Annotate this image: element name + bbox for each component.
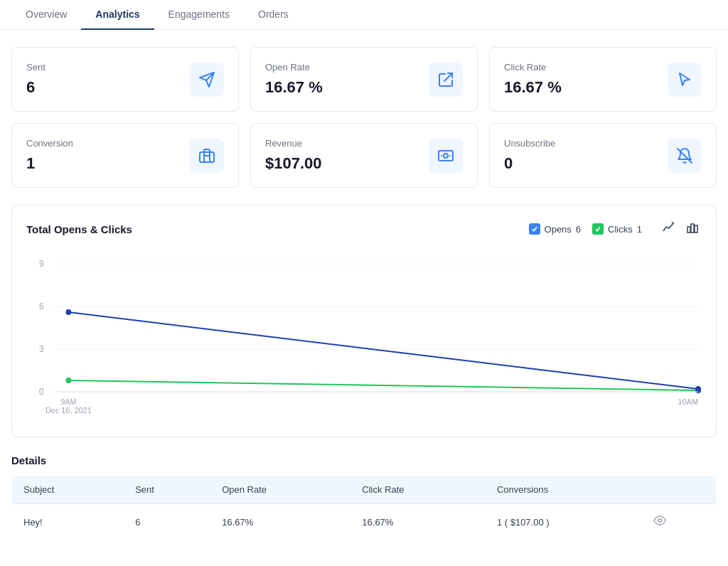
tab-engagements[interactable]: Engagements [154, 0, 244, 30]
metric-label-conversion: Conversion [26, 138, 73, 149]
svg-rect-8 [687, 227, 690, 233]
svg-rect-2 [200, 152, 214, 162]
chart-legend: Opens 6 Clicks 1 [529, 223, 642, 235]
cell-conversions: 1 ( $107.00 ) [486, 504, 642, 540]
chart-svg: 9 6 3 0 9AM Dec 16, 2 [26, 250, 702, 420]
opens-count: 6 [576, 224, 581, 235]
legend-opens: Opens 6 [529, 223, 582, 235]
metric-info-sent: Sent 6 [26, 62, 46, 97]
metric-value-unsubscribe: 0 [504, 154, 555, 173]
view-icon[interactable] [653, 517, 666, 529]
metric-label-revenue: Revenue [265, 138, 322, 149]
svg-text:Dec 16, 2021: Dec 16, 2021 [46, 406, 92, 415]
clicks-count: 1 [637, 224, 642, 235]
metric-card-click-rate: Click Rate 16.67 % [489, 47, 717, 112]
svg-point-27 [658, 519, 661, 523]
metric-info-unsubscribe: Unsubscribe 0 [504, 138, 555, 173]
svg-point-21 [65, 378, 71, 383]
metric-value-click-rate: 16.67 % [504, 78, 562, 97]
details-table: Subject Sent Open Rate Click Rate Conver… [11, 475, 717, 540]
metric-card-unsubscribe: Unsubscribe 0 [489, 123, 717, 188]
bar-chart-icon[interactable] [683, 220, 702, 238]
svg-text:6: 6 [39, 301, 44, 311]
unsubscribe-icon [668, 139, 702, 173]
svg-rect-9 [691, 224, 694, 233]
chart-section: Total Opens & Clicks Opens 6 Clic [11, 205, 717, 437]
revenue-icon [429, 139, 463, 173]
tabs-nav: Overview Analytics Engagements Orders [0, 0, 728, 30]
details-section: Details Subject Sent Open Rate Click Rat… [11, 454, 717, 540]
cell-sent: 6 [124, 504, 210, 540]
col-subject: Subject [12, 476, 124, 504]
svg-point-22 [695, 388, 701, 393]
metrics-grid: Sent 6 Open Rate 16.67 % [11, 47, 717, 188]
metric-card-conversion: Conversion 1 [11, 123, 239, 188]
svg-rect-10 [695, 225, 697, 233]
chart-title: Total Opens & Clicks [26, 223, 132, 235]
metric-value-sent: 6 [26, 78, 46, 97]
svg-text:9: 9 [39, 259, 44, 269]
metric-value-revenue: $107.00 [265, 154, 322, 173]
table-row: Hey! 6 16.67% 16.67% 1 ( $107.00 ) [12, 504, 717, 540]
cell-view-action [642, 504, 717, 540]
metric-info-click-rate: Click Rate 16.67 % [504, 62, 562, 97]
svg-line-7 [672, 222, 674, 224]
svg-text:10AM: 10AM [678, 397, 698, 406]
metric-label-open-rate: Open Rate [265, 62, 323, 73]
metric-value-open-rate: 16.67 % [265, 78, 323, 97]
col-actions [642, 476, 717, 504]
metric-card-revenue: Revenue $107.00 [250, 123, 478, 188]
opens-checkbox[interactable] [529, 223, 540, 235]
conversion-icon [190, 139, 224, 173]
metric-info-open-rate: Open Rate 16.67 % [265, 62, 323, 97]
svg-text:3: 3 [39, 344, 44, 354]
send-icon [190, 63, 224, 97]
cell-subject: Hey! [12, 504, 124, 540]
clicks-label: Clicks [608, 224, 633, 235]
line-chart-icon[interactable] [659, 220, 678, 238]
metric-label-sent: Sent [26, 62, 46, 73]
cell-open-rate: 16.67% [210, 504, 350, 540]
col-click-rate: Click Rate [350, 476, 486, 504]
svg-point-19 [65, 309, 71, 315]
svg-text:9AM: 9AM [60, 397, 76, 406]
svg-text:0: 0 [39, 387, 44, 397]
metric-info-revenue: Revenue $107.00 [265, 138, 322, 173]
details-title: Details [11, 454, 717, 466]
chart-area: 9 6 3 0 9AM Dec 16, 2 [26, 250, 702, 422]
col-open-rate: Open Rate [210, 476, 350, 504]
click-rate-icon [668, 63, 702, 97]
chart-view-icons [659, 220, 702, 238]
chart-header: Total Opens & Clicks Opens 6 Clic [26, 220, 702, 238]
main-content: Sent 6 Open Rate 16.67 % [0, 30, 728, 557]
legend-clicks: Clicks 1 [592, 223, 642, 235]
table-header-row: Subject Sent Open Rate Click Rate Conver… [12, 476, 717, 504]
metric-label-click-rate: Click Rate [504, 62, 562, 73]
metric-label-unsubscribe: Unsubscribe [504, 138, 555, 149]
metric-card-sent: Sent 6 [11, 47, 239, 112]
cell-click-rate: 16.67% [350, 504, 486, 540]
tab-analytics[interactable]: Analytics [81, 0, 154, 30]
tab-orders[interactable]: Orders [244, 0, 303, 30]
metric-value-conversion: 1 [26, 154, 73, 173]
tab-overview[interactable]: Overview [11, 0, 81, 30]
clicks-checkbox[interactable] [592, 223, 604, 235]
opens-label: Opens [545, 224, 572, 235]
col-sent: Sent [124, 476, 210, 504]
col-conversions: Conversions [486, 476, 642, 504]
svg-point-5 [444, 154, 448, 158]
open-rate-icon [429, 63, 463, 97]
metric-info-conversion: Conversion 1 [26, 138, 73, 173]
metric-card-open-rate: Open Rate 16.67 % [250, 47, 478, 112]
